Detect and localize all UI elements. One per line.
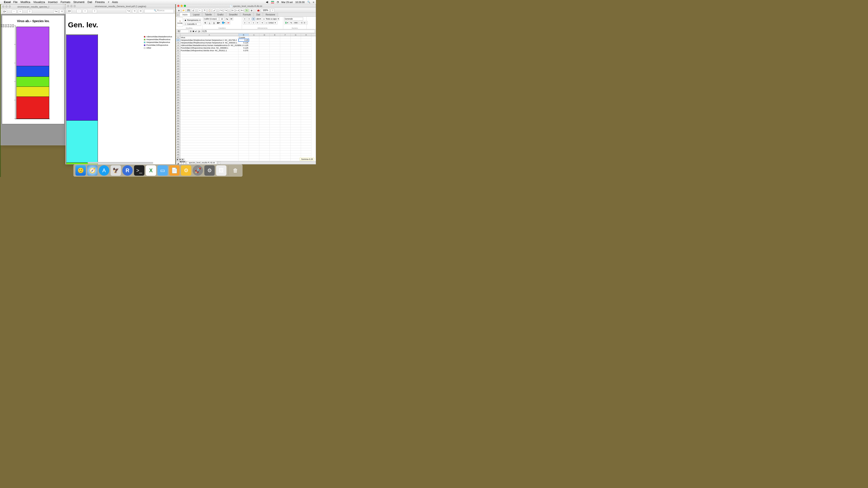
search-icon[interactable]: 🔍: [307, 1, 310, 3]
keynote-icon[interactable]: ▭: [158, 165, 168, 176]
dec-dec-button[interactable]: 0→: [303, 21, 308, 25]
copy-icon[interactable]: ⧉: [203, 9, 207, 12]
preview-icon[interactable]: 🖼: [216, 165, 226, 176]
enter-icon[interactable]: ✔: [195, 30, 197, 33]
sidebar-toggle[interactable]: ▥▾: [2, 9, 7, 13]
align-left-button[interactable]: ≡: [243, 21, 247, 25]
menubar-time[interactable]: 10:26:30: [295, 1, 305, 3]
indent-dec-button[interactable]: ⇤: [256, 21, 260, 25]
menu-view[interactable]: Visualizza: [33, 1, 45, 4]
tab-nav-first[interactable]: |◀: [177, 161, 179, 165]
terminal-icon[interactable]: >_: [134, 165, 145, 176]
fill-color-button[interactable]: 🪣▾: [221, 21, 226, 25]
number-format-select[interactable]: [284, 17, 303, 21]
launchpad-icon[interactable]: 🚀: [193, 165, 203, 176]
mail-icon[interactable]: 🦅: [111, 165, 121, 176]
search-input[interactable]: 🔍 Ricerca: [144, 9, 174, 13]
currency-button[interactable]: 💲▾: [284, 21, 289, 25]
undo-icon[interactable]: ↶▾: [219, 9, 223, 12]
format-painter-icon[interactable]: 🖌: [212, 9, 216, 12]
italic-button[interactable]: C: [208, 21, 212, 25]
tab-formule[interactable]: Formule: [240, 12, 254, 17]
zoom-out-button[interactable]: −: [76, 9, 82, 13]
font-select[interactable]: [203, 17, 219, 21]
menubar-date[interactable]: Mar 29 set: [281, 1, 293, 3]
toolbox-icon[interactable]: 🧰: [256, 9, 260, 12]
pages-icon[interactable]: 📄: [169, 165, 180, 176]
filter-icon[interactable]: ▼▾: [240, 9, 244, 12]
clear-button[interactable]: ◇ Cancella ▾: [184, 22, 201, 26]
percent-button[interactable]: %: [289, 21, 293, 25]
sort-icon[interactable]: A↓▾: [235, 9, 239, 12]
tab-inizio[interactable]: Inizio: [180, 12, 190, 17]
col-header-h[interactable]: H: [301, 34, 311, 36]
fill-button[interactable]: ◆ Riempimento ▾: [184, 19, 201, 22]
col-header-b[interactable]: B: [239, 34, 249, 36]
minimize-icon[interactable]: [70, 5, 72, 7]
print-icon[interactable]: 🖨: [191, 9, 195, 12]
tab-smartart[interactable]: SmartArt: [226, 12, 240, 17]
menu-tools[interactable]: Strumenti: [73, 1, 85, 4]
settings-icon[interactable]: ⚙: [205, 165, 215, 176]
sheet-tab[interactable]: species_level_results-R.Ab.txt: [187, 161, 217, 164]
border-button[interactable]: ▦▾: [216, 21, 221, 25]
name-box[interactable]: [177, 30, 189, 33]
col-header-d[interactable]: D: [259, 34, 270, 36]
new-icon[interactable]: ▦: [177, 9, 181, 12]
window-title-bar[interactable]: viromescan_results_species_l: [1, 5, 65, 9]
markup-button[interactable]: ✎▾: [126, 9, 131, 13]
zoom-out-button[interactable]: −: [12, 9, 17, 13]
tab-layout[interactable]: Layout: [190, 12, 202, 17]
col-header-e[interactable]: E: [270, 34, 280, 36]
minimize-icon[interactable]: [5, 5, 8, 8]
spreadsheet-grid[interactable]: A B C D E F G H 1VirusCounts2Herpesvirid…: [176, 34, 316, 161]
paste-button[interactable]: 📋Incolla: [177, 18, 183, 27]
zoom-in-button[interactable]: +: [83, 9, 88, 13]
tab-nav-next[interactable]: ▶: [181, 161, 183, 165]
markup-button[interactable]: ✎▾: [53, 9, 58, 13]
font-color-button[interactable]: A▾: [226, 21, 230, 25]
paste-icon[interactable]: 📋: [208, 9, 211, 12]
rotate-button[interactable]: ⟲: [132, 9, 137, 13]
open-icon[interactable]: 📂: [182, 9, 186, 12]
align-mid-button[interactable]: ≡: [247, 17, 251, 21]
align-right-button[interactable]: ≡: [251, 21, 255, 25]
menu-file[interactable]: File: [13, 1, 18, 4]
finder-icon[interactable]: 🙂: [75, 165, 86, 176]
help-icon[interactable]: ?: [271, 9, 275, 12]
close-icon[interactable]: [177, 5, 180, 7]
menu-help[interactable]: Aiuto: [112, 1, 118, 4]
menu-format[interactable]: Formato: [61, 1, 70, 4]
underline-button[interactable]: S: [212, 21, 216, 25]
select-all-corner[interactable]: [176, 34, 180, 36]
shrink-font-button[interactable]: A▾: [229, 17, 233, 21]
menu-data[interactable]: Dati: [88, 1, 92, 4]
app-name[interactable]: Excel: [4, 1, 11, 4]
col-header-g[interactable]: G: [290, 34, 301, 36]
rotate-button[interactable]: ⟲: [59, 9, 64, 13]
show-icon[interactable]: fx: [245, 9, 249, 12]
merge-button[interactable]: ▭ Unisci ▾: [265, 21, 278, 25]
close-icon[interactable]: [67, 5, 69, 7]
align-top-button[interactable]: ≡: [243, 17, 247, 21]
appstore-icon[interactable]: A: [99, 165, 110, 176]
window-title-bar[interactable]: 📄species_level_results-R.Ab.txt: [176, 4, 316, 8]
zoom-icon[interactable]: [73, 5, 76, 7]
dropdown-icon[interactable]: ⇕: [190, 30, 192, 33]
fx-icon[interactable]: fx: [198, 30, 201, 33]
share-button[interactable]: ⇧: [27, 9, 32, 13]
menu-insert[interactable]: Inserisci: [48, 1, 58, 4]
rstudio-icon[interactable]: R: [122, 165, 133, 176]
sidebar-toggle[interactable]: ▥▾: [67, 9, 72, 13]
menu-edit[interactable]: Modifica: [21, 1, 30, 4]
spotlight-icon[interactable]: ◔: [277, 1, 279, 3]
align-bot-button[interactable]: ≡: [251, 17, 255, 21]
dec-inc-button[interactable]: ←0: [299, 21, 303, 25]
flag-icon[interactable]: [271, 1, 274, 3]
minimize-icon[interactable]: [181, 5, 183, 7]
add-sheet-button[interactable]: +: [218, 162, 220, 164]
excel-icon[interactable]: X: [146, 165, 156, 176]
grow-font-button[interactable]: A▴: [225, 17, 229, 21]
wrap-text-button[interactable]: ▭ Testo a capo ▾: [262, 17, 279, 21]
autosum-icon[interactable]: Σ▾: [230, 9, 235, 12]
